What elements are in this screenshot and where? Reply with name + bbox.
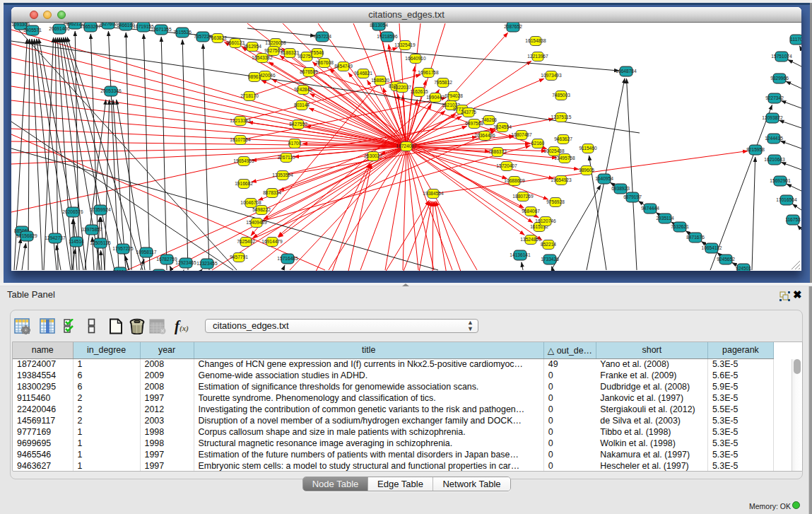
svg-text:7886372: 7886372 [488,149,507,154]
svg-text:16154838: 16154838 [525,38,546,43]
svg-text:16914479: 16914479 [261,239,283,244]
svg-text:17359924: 17359924 [90,207,111,212]
svg-text:1162615: 1162615 [410,89,428,94]
svg-text:7485003: 7485003 [552,93,570,98]
svg-text:16648784: 16648784 [616,69,637,74]
svg-text:20364436: 20364436 [474,133,495,138]
svg-text:9146821: 9146821 [354,71,372,76]
svg-text:2087652: 2087652 [504,24,522,29]
svg-text:20691406: 20691406 [49,26,70,31]
svg-text:12323455: 12323455 [196,261,218,266]
svg-text:18107554: 18107554 [230,137,251,142]
svg-text:1733426: 1733426 [541,257,559,262]
svg-text:2935114: 2935114 [656,216,674,221]
svg-text:8215958: 8215958 [746,147,765,152]
svg-text:8878334: 8878334 [263,190,281,195]
svg-text:243775: 243775 [461,110,476,115]
svg-text:15720407: 15720407 [496,163,517,168]
svg-text:13325419: 13325419 [394,42,416,47]
svg-text:8427552: 8427552 [289,122,307,127]
svg-text:9227342: 9227342 [765,95,784,100]
svg-text:8813054: 8813054 [370,23,388,28]
svg-text:1588520: 1588520 [371,78,389,83]
svg-text:6938923: 6938923 [611,186,630,191]
svg-text:18807269: 18807269 [512,194,534,199]
svg-text:1916682: 1916682 [235,181,253,186]
svg-text:12923465: 12923465 [175,260,196,265]
svg-text:1640954: 1640954 [595,176,613,181]
svg-text:6466160: 6466160 [117,23,135,28]
svg-text:10046708: 10046708 [240,200,261,205]
svg-text:3912954: 3912954 [243,44,261,49]
svg-text:12505135: 12505135 [90,240,111,245]
svg-text:16120746: 16120746 [535,218,556,223]
svg-text:16640910: 16640910 [405,56,426,61]
svg-text:7955812: 7955812 [434,80,452,85]
svg-text:13353594: 13353594 [272,173,293,177]
svg-text:10688609: 10688609 [504,178,525,183]
svg-text:852214: 852214 [541,242,556,247]
svg-text:7632621: 7632621 [671,224,689,229]
svg-text:10973493: 10973493 [541,73,562,78]
svg-text:12213383: 12213383 [230,118,251,123]
svg-text:16782759: 16782759 [156,257,177,262]
svg-text:10807487: 10807487 [511,132,532,137]
svg-text:18724007: 18724007 [396,144,417,148]
svg-text:12375115: 12375115 [551,115,572,119]
svg-text:11170: 11170 [790,37,801,42]
svg-text:41700: 41700 [288,141,302,146]
svg-text:13524851: 13524851 [520,237,541,242]
svg-text:9457791: 9457791 [230,255,248,259]
svg-text:8676585: 8676585 [300,69,318,74]
svg-text:2867608: 2867608 [315,60,334,65]
svg-text:746266: 746266 [481,117,497,122]
svg-text:803144: 803144 [294,103,310,107]
svg-text:114514: 114514 [69,239,84,244]
svg-text:5498222: 5498222 [252,207,271,212]
svg-text:19384554: 19384554 [423,191,444,196]
svg-text:3824554: 3824554 [493,124,512,129]
svg-text:20053346: 20053346 [100,88,122,93]
svg-text:6879197: 6879197 [623,194,642,199]
svg-text:16543382: 16543382 [252,55,273,60]
svg-text:2405571: 2405571 [23,28,42,33]
svg-text:13495758: 13495758 [554,156,575,160]
svg-text:9474444: 9474444 [641,206,659,211]
svg-text:14136141: 14136141 [510,252,531,257]
svg-text:1527602: 1527602 [99,23,117,26]
svg-text:15692901: 15692901 [770,178,791,183]
svg-text:2530027: 2530027 [364,153,382,158]
svg-text:16961758: 16961758 [418,70,439,75]
svg-text:10654112: 10654112 [702,245,722,250]
svg-text:19218596: 19218596 [377,34,398,39]
svg-text:9329966: 9329966 [770,76,789,81]
svg-text:12093872: 12093872 [762,115,783,120]
svg-text:33975857: 33975857 [81,227,102,232]
svg-text:17016504: 17016504 [776,197,797,202]
svg-text:9756928: 9756928 [546,199,565,204]
svg-text:16210643: 16210643 [764,157,785,162]
svg-text:989605: 989605 [579,168,594,173]
svg-text:7357224: 7357224 [313,34,331,39]
svg-text:10958117: 10958117 [136,250,157,255]
svg-text:12942737: 12942737 [45,235,66,240]
svg-text:15716485: 15716485 [277,256,298,261]
svg-text:9463627: 9463627 [554,136,572,141]
svg-text:8186323: 8186323 [281,50,299,55]
svg-text:15751074: 15751074 [771,54,792,59]
svg-text:75546: 75546 [311,50,324,55]
svg-text:10653267: 10653267 [80,24,101,29]
svg-text:62160: 62160 [531,141,545,146]
svg-text:15409489: 15409489 [246,220,267,225]
svg-text:12213967: 12213967 [527,54,548,59]
svg-text:7515526: 7515526 [173,30,192,35]
svg-text:13226058: 13226058 [265,40,286,45]
svg-text:1990443: 1990443 [426,95,445,100]
svg-text:9242848: 9242848 [294,87,312,92]
svg-text:17957225: 17957225 [112,246,134,251]
svg-text:9245652: 9245652 [717,257,735,262]
svg-text:116753: 116753 [785,217,801,222]
svg-text:1244415: 1244415 [765,136,783,141]
svg-text:9684067: 9684067 [522,209,540,214]
svg-text:2718170: 2718170 [240,93,259,98]
